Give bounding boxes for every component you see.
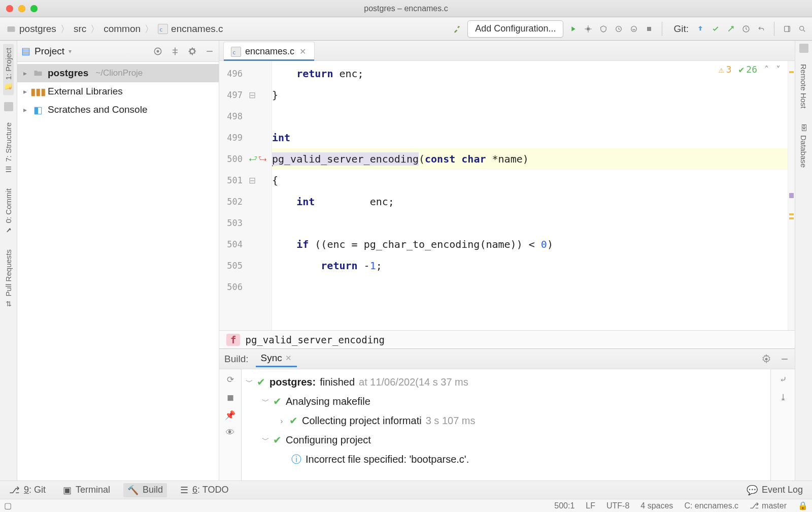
inspection-widget[interactable]: ⚠ 3 ✔ 26 ˄ ˅ (719, 64, 781, 75)
line-number[interactable]: 502 (219, 191, 248, 212)
minimize-window[interactable] (18, 5, 25, 12)
close-window[interactable] (6, 5, 13, 12)
gear-icon[interactable] (187, 46, 197, 56)
tool-remote-host[interactable]: Remote Host (798, 60, 809, 113)
stripe-mark[interactable] (789, 71, 794, 73)
line-number[interactable]: 504 (219, 234, 248, 255)
crumb-project[interactable]: postgres (4, 22, 58, 36)
debug-icon[interactable] (583, 23, 594, 35)
rerun-icon[interactable]: ⟳ (227, 374, 234, 385)
tree-chevron-icon[interactable]: ▸ (21, 69, 28, 77)
soft-wrap-icon[interactable]: ⤶ (780, 374, 787, 385)
status-caret[interactable]: 500:1 (554, 501, 574, 510)
bottom-event-log[interactable]: 💬 Event Log (742, 483, 807, 497)
tree-chevron-icon[interactable]: ▸ (21, 106, 28, 114)
crumb-file[interactable]: c encnames.c (156, 22, 225, 36)
next-highlight-icon[interactable]: ˅ (776, 64, 781, 75)
expand-all-icon[interactable] (170, 46, 180, 56)
stripe-mark[interactable] (789, 213, 794, 215)
tree-ext-libs[interactable]: ▸ ▮▮▮ External Libraries (17, 82, 219, 101)
build-row[interactable]: ﹀ ✔ Analysing makefile (242, 392, 770, 411)
tool-pull-requests[interactable]: ⇅Pull Requests (3, 245, 14, 312)
line-number[interactable]: 498 (219, 106, 248, 127)
weak-warning-indicator[interactable]: ✔ 26 (738, 64, 757, 75)
vcs-push-icon[interactable] (725, 23, 736, 35)
vcs-change-icon[interactable]: ⮑ (258, 154, 267, 164)
bottom-todo[interactable]: ☰ 6: TODO (176, 483, 232, 497)
status-context[interactable]: C: encnames.c (684, 501, 738, 510)
bottom-terminal[interactable]: ▣ Terminal (59, 483, 114, 497)
crumb-src[interactable]: src (72, 22, 88, 36)
editor-tab-encnames[interactable]: c encnames.c ✕ (223, 42, 315, 61)
tool-unknown-icon[interactable] (799, 44, 808, 53)
minimize-panel-icon[interactable] (780, 354, 790, 364)
line-number[interactable]: 503 (219, 212, 248, 234)
coverage-icon[interactable] (598, 23, 609, 35)
line-number[interactable]: 505 (219, 255, 248, 276)
line-gutter[interactable]: 496 497 498 499 500 501 502 503 504 505 … (219, 61, 248, 330)
line-number[interactable]: 500 (219, 148, 248, 170)
crumb-common[interactable]: common (101, 22, 143, 36)
profile-icon[interactable] (613, 23, 624, 35)
line-number[interactable]: 497 (219, 84, 248, 106)
build-row-root[interactable]: ﹀ ✔ postgres: finished at 11/06/202(14 s… (242, 372, 770, 392)
stripe-mark[interactable] (789, 193, 794, 198)
code-editor[interactable]: ⚠ 3 ✔ 26 ˄ ˅ return enc; } int pg_valid_… (272, 61, 788, 330)
line-number[interactable]: 501 (219, 170, 248, 191)
prev-highlight-icon[interactable]: ˄ (764, 64, 769, 75)
vcs-change-icon[interactable]: ⮐ (249, 154, 257, 164)
tree-chevron-icon[interactable]: ﹀ (262, 435, 269, 445)
close-tab-icon[interactable]: ✕ (298, 47, 307, 56)
build-tree[interactable]: ﹀ ✔ postgres: finished at 11/06/202(14 s… (242, 369, 770, 481)
bottom-build[interactable]: 🔨 Build (123, 483, 167, 497)
build-row[interactable]: ⓘ Incorrect file specified: 'bootparse.c… (242, 450, 770, 469)
lock-icon[interactable]: 🔒 (798, 501, 808, 510)
vcs-update-icon[interactable] (695, 23, 706, 35)
locate-icon[interactable] (153, 46, 163, 56)
vcs-rollback-icon[interactable] (756, 23, 767, 35)
search-everywhere-icon[interactable] (797, 23, 808, 35)
stripe-mark[interactable] (789, 217, 794, 219)
status-indent[interactable]: 4 spaces (640, 501, 673, 510)
stop-icon[interactable]: ◼ (227, 392, 234, 403)
scroll-to-end-icon[interactable]: ⤓ (780, 392, 787, 403)
minimize-panel-icon[interactable] (205, 46, 215, 56)
tool-project[interactable]: 📁1: Project (3, 44, 14, 95)
build-row[interactable]: › ✔ Collecting project informati 3 s 107… (242, 411, 770, 430)
fold-icon[interactable]: ⊟ (249, 175, 256, 186)
status-encoding[interactable]: UTF-8 (606, 501, 629, 510)
run-configuration-selector[interactable]: Add Configuration... (467, 20, 563, 38)
toggle-view-icon[interactable]: 👁 (226, 428, 234, 438)
fold-icon[interactable]: ⊟ (249, 90, 256, 101)
tool-commit[interactable]: ✔0: Commit (3, 184, 14, 238)
line-number[interactable]: 496 (219, 63, 248, 84)
tree-chevron-icon[interactable]: ▸ (21, 87, 28, 95)
build-tab-sync[interactable]: Sync ✕ (256, 350, 297, 367)
tool-unknown-icon[interactable] (4, 102, 13, 111)
stop-icon[interactable] (644, 23, 655, 35)
vcs-history-icon[interactable] (740, 23, 752, 35)
line-number[interactable]: 506 (219, 276, 248, 298)
status-branch[interactable]: ⎇ master (750, 501, 787, 510)
status-tool-windows-icon[interactable]: ▢ (4, 501, 12, 510)
error-stripe[interactable] (788, 61, 795, 330)
project-panel-title[interactable]: ▤ Project ▾ (21, 45, 72, 57)
vcs-commit-icon[interactable] (710, 23, 721, 35)
warning-indicator[interactable]: ⚠ 3 (719, 64, 732, 75)
close-tab-icon[interactable]: ✕ (285, 354, 292, 363)
attach-icon[interactable] (628, 23, 639, 35)
line-number[interactable]: 499 (219, 127, 248, 148)
run-icon[interactable] (567, 23, 579, 35)
build-row[interactable]: ﹀ ✔ Configuring project (242, 430, 770, 450)
tree-chevron-icon[interactable]: ﹀ (246, 377, 253, 387)
status-eol[interactable]: LF (586, 501, 595, 510)
build-hammer-icon[interactable] (452, 23, 463, 35)
project-tree[interactable]: ▸ postgres ~/ClionProje ▸ ▮▮▮ External L… (17, 62, 219, 481)
editor-breadcrumb[interactable]: f pg_valid_server_encoding (219, 330, 795, 348)
zoom-window[interactable] (30, 5, 38, 12)
bottom-git[interactable]: ⎇ 9: Git (5, 483, 50, 497)
gear-icon[interactable] (761, 354, 771, 364)
tree-chevron-icon[interactable]: ﹀ (262, 397, 269, 406)
tree-scratches[interactable]: ▸ ◧ Scratches and Console (17, 101, 219, 119)
tool-structure[interactable]: ☰7: Structure (3, 118, 14, 177)
